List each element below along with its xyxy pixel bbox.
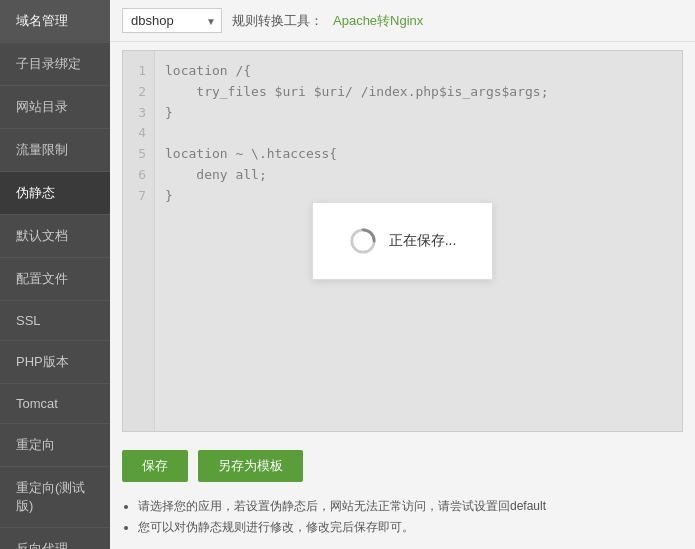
- loading-box: 正在保存...: [312, 202, 494, 280]
- sidebar-item-pseudo-static[interactable]: 伪静态: [0, 172, 110, 215]
- loading-text: 正在保存...: [389, 232, 457, 250]
- sidebar-item-site-dir[interactable]: 网站目录: [0, 86, 110, 129]
- app-select-wrapper[interactable]: dbshop default custom ▼: [122, 8, 222, 33]
- loading-overlay: 正在保存...: [123, 51, 682, 431]
- sidebar-item-redirect-test[interactable]: 重定向(测试版): [0, 467, 110, 528]
- sidebar-item-config-file[interactable]: 配置文件: [0, 258, 110, 301]
- app-select[interactable]: dbshop default custom: [122, 8, 222, 33]
- sidebar-item-reverse-proxy[interactable]: 反向代理: [0, 528, 110, 549]
- code-editor-container: 1 2 3 4 5 6 7 location /{ try_files $uri…: [122, 50, 683, 432]
- sidebar-item-subdir-bind[interactable]: 子目录绑定: [0, 43, 110, 86]
- apache-to-nginx-link[interactable]: Apache转Nginx: [333, 12, 423, 30]
- toolbar: dbshop default custom ▼ 规则转换工具： Apache转N…: [110, 0, 695, 42]
- main-content: dbshop default custom ▼ 规则转换工具： Apache转N…: [110, 0, 695, 549]
- sidebar-item-redirect[interactable]: 重定向: [0, 424, 110, 467]
- sidebar-item-default-doc[interactable]: 默认文档: [0, 215, 110, 258]
- note-item-1: 请选择您的应用，若设置伪静态后，网站无法正常访问，请尝试设置回default: [138, 496, 683, 518]
- sidebar-item-domain-mgmt[interactable]: 域名管理: [0, 0, 110, 43]
- sidebar-item-php-version[interactable]: PHP版本: [0, 341, 110, 384]
- save-button[interactable]: 保存: [122, 450, 188, 482]
- sidebar-item-traffic-limit[interactable]: 流量限制: [0, 129, 110, 172]
- notes-list: 请选择您的应用，若设置伪静态后，网站无法正常访问，请尝试设置回default 您…: [110, 492, 695, 549]
- sidebar-item-tomcat[interactable]: Tomcat: [0, 384, 110, 424]
- sidebar: 域名管理 子目录绑定 网站目录 流量限制 伪静态 默认文档 配置文件 SSL P…: [0, 0, 110, 549]
- button-row: 保存 另存为模板: [110, 440, 695, 492]
- spinner-icon: [349, 227, 377, 255]
- note-item-2: 您可以对伪静态规则进行修改，修改完后保存即可。: [138, 517, 683, 539]
- save-as-template-button[interactable]: 另存为模板: [198, 450, 303, 482]
- toolbar-label: 规则转换工具：: [232, 12, 323, 30]
- sidebar-item-ssl[interactable]: SSL: [0, 301, 110, 341]
